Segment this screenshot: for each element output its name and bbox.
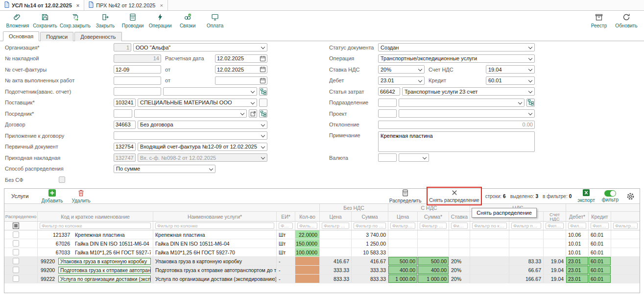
organization-select[interactable]: ООО "Альфа" [133,43,267,51]
act-number-input[interactable] [114,76,161,85]
distribution-method-select[interactable]: По сумме [114,165,215,173]
filter-input[interactable]: Фильтр по колонке [279,223,293,229]
table-row[interactable]: 99200Подготовка груза к отправке автотра… [4,266,640,275]
cell-unit[interactable]: - [277,275,295,283]
filter-input[interactable]: Фильтр по колонке [354,223,386,229]
currency-select[interactable] [399,153,429,162]
cost-item-code-input[interactable] [378,87,400,96]
cell-vat-account[interactable]: 19.04 [544,275,566,283]
cell-price-vat[interactable]: 1 000.00 [388,275,418,283]
cell-vat-sum[interactable] [509,239,544,248]
credit-select[interactable]: 60.01 [486,76,535,85]
cell-price-no-vat[interactable]: 333.33 [320,266,352,274]
table-row[interactable]: 67026Гайка DIN EN ISO 10511-М6-04Гайка D… [4,239,640,248]
cell-service-name[interactable]: Подготовка груза к отправке автотранспор… [153,266,277,274]
cell-sum-no-vat[interactable]: 333.33 [352,266,388,274]
save-button[interactable]: Сохранить [32,12,58,29]
contract-code-input[interactable] [114,121,136,129]
open-card-icon[interactable] [249,109,257,118]
supplier-code-input[interactable] [114,99,136,107]
cell-price-no-vat[interactable]: 833.33 [320,275,352,283]
cell-vat-sum[interactable]: 83.33 [509,257,544,265]
doc-tab-prh[interactable]: ПРХ №42 от 12.02.2025 × [84,0,168,10]
cell-vat-account[interactable] [544,248,566,256]
calendar-icon[interactable] [260,77,266,84]
col-unit[interactable]: ЕИ* [277,212,295,221]
cell-vat-extra[interactable] [470,275,509,283]
distribute-button[interactable]: Распределить [389,189,422,203]
cell-code-name[interactable]: 67026Гайка DIN EN ISO 10511-М6-04 [38,239,153,248]
department-select[interactable] [399,99,525,107]
cell-code-name[interactable]: 99220Упаковка груза в картонную коробку [38,257,153,265]
calendar-icon[interactable] [260,55,266,62]
select-all-checkbox[interactable] [13,223,19,229]
cell-qty[interactable] [295,266,320,274]
incoming-code-input[interactable] [114,153,136,162]
cell-service-name[interactable]: Услуга по организации доставки (экспедир… [153,275,277,283]
cell-vat-account[interactable]: 19.04 [544,257,566,265]
tree-select-button[interactable] [259,87,267,96]
cell-credit[interactable]: 60.01 [589,275,611,283]
undistribute-button[interactable]: Снять распределение Снять распределение [429,189,479,203]
table-row[interactable]: 99220Упаковка груза в картонную коробкуУ… [4,257,640,266]
col-code-name[interactable]: Код и краткое наименование [38,212,153,221]
cell-vat-sum[interactable] [509,230,544,239]
cell-code-name[interactable]: 121337Крепежная пластина [38,230,153,239]
cell-qty[interactable]: 150.0000 [295,239,320,248]
filter-input[interactable]: Фильтр по колонке [390,223,415,229]
cell-vat-account[interactable] [544,239,566,248]
primary-doc-select[interactable]: Входящий счет-фактура №12-09 от 12.02.20… [138,143,267,151]
settings-gear-icon[interactable] [626,192,635,201]
cell-qty[interactable] [295,275,320,283]
table-row[interactable]: 121337Крепежная пластинаКрепежная пласти… [4,230,640,239]
accountable-select[interactable] [163,87,257,96]
cell-rate[interactable]: 20% [449,257,470,265]
cell-price-no-vat[interactable]: 416.67 [320,257,352,265]
table-row[interactable]: 67033Гайка М10*1,25 6Н ГОСТ 5927-70Гайка… [4,248,640,257]
cell-sum-vat[interactable]: 500.00 [418,257,449,265]
tree-select-button[interactable] [526,99,535,107]
cell-sum-vat[interactable]: 400.00 [418,266,449,274]
cell-vat-sum[interactable]: 166.67 [509,275,544,283]
cell-debit[interactable]: 23.01 [566,257,589,265]
cell-tail[interactable] [611,248,640,256]
cell-tail[interactable] [611,275,640,283]
tab-main[interactable]: Основная [3,31,39,41]
col-qty[interactable]: Кол-во [295,212,320,221]
filter-input[interactable]: Фильтр по колонке [451,223,468,229]
cell-distributed[interactable] [4,275,38,283]
project-select[interactable] [399,109,535,118]
save-close-button[interactable]: Сохр.закрыть [60,12,91,29]
cell-sum-no-vat[interactable]: 3 740.00 [352,230,388,239]
cell-qty[interactable]: 100.0000 [295,248,320,256]
row-checkbox[interactable] [13,240,19,247]
cell-price-vat[interactable]: 400.00 [388,266,418,274]
filter-input[interactable]: Фильтр по колонке [420,223,447,229]
cell-rate[interactable] [449,248,470,256]
cell-rate[interactable]: 20% [449,266,470,274]
deviation-input[interactable] [378,121,535,129]
close-icon[interactable]: × [76,2,79,8]
cell-rate[interactable]: 20% [449,275,470,283]
cell-vat-sum[interactable]: 66.67 [509,266,544,274]
note-textarea[interactable]: Крепежная пластина [378,131,535,152]
col-price-vat[interactable]: Цена [388,212,418,221]
calendar-icon[interactable] [260,66,266,73]
cell-sum-no-vat[interactable]: 416.67 [352,257,388,265]
contract-annex-select[interactable] [114,131,267,140]
row-checkbox[interactable] [13,267,19,273]
row-checkbox[interactable] [13,276,19,282]
cell-distributed[interactable] [4,266,38,274]
operation-select[interactable]: Транспортные/экспедиционные услуги [378,54,535,63]
delete-row-button[interactable]: Удалить [72,189,91,203]
cell-service-name[interactable]: Гайка М10*1,25 6Н ГОСТ 5927-70 [153,248,277,256]
cell-qty[interactable] [295,257,320,265]
cell-price-vat[interactable] [388,248,418,256]
cell-vat-extra[interactable] [470,266,509,274]
filter-input[interactable]: Фильтр по колонке [155,223,274,229]
close-document-button[interactable]: Закрыть [93,12,118,29]
cell-code-name[interactable]: 67033Гайка М10*1,25 6Н ГОСТ 5927-70 [38,248,153,256]
cell-unit[interactable]: Шт [277,239,295,248]
col-distributed[interactable]: Распределено [4,212,38,221]
cell-debit[interactable]: 23.01 [566,275,589,283]
